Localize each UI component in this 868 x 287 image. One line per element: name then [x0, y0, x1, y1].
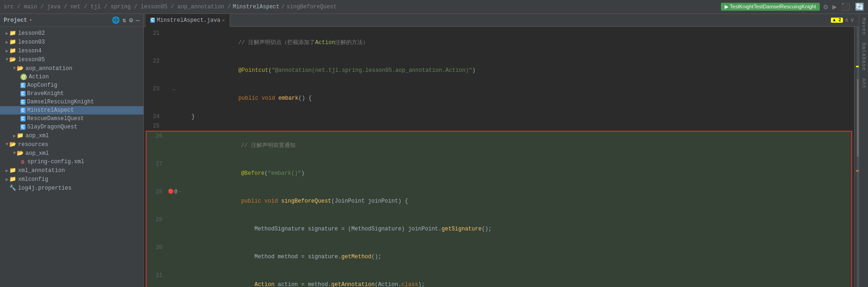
sidebar-item-xmlconfig[interactable]: ▶ 📁 xmlconfig	[0, 175, 143, 184]
chevron-right-icon: ▶	[6, 48, 8, 54]
code-scroll-area[interactable]: ▲ 2 ∧ ∨ 21 // 注解声明切点（拦截添加了Action注解的方法）	[144, 27, 854, 287]
sidebar-item-spring-config[interactable]: 🗎 spring-config.xml	[0, 158, 143, 166]
line-number-30: 30	[147, 243, 170, 252]
code-text-29: MethodSignature signature = (MethodSigna…	[179, 215, 851, 243]
top-bar-actions: ▶ TestKnightTestDamselRescuingKnight ⚙ ▶…	[721, 2, 864, 12]
code-text-26: // 注解声明前置通知	[179, 132, 851, 159]
folder-icon: 📂	[9, 141, 16, 148]
code-text-21: // 注解声明切点（拦截添加了Action注解的方法）	[176, 29, 854, 57]
top-bar: src / main / java / net / tjl / spring /…	[0, 0, 868, 14]
fold-icon-23[interactable]: —	[173, 85, 175, 95]
label: RescueDamselQuest	[27, 115, 84, 122]
folder-icon: 📁	[9, 38, 16, 45]
chevron-right-icon: ▶	[13, 133, 16, 139]
sidebar-item-lesson05[interactable]: ▼ 📂 lesson05	[0, 55, 143, 64]
line-number-24: 24	[144, 112, 167, 121]
line-number-22: 22	[144, 57, 167, 66]
label: lesson4	[18, 48, 41, 54]
code-editor: ▲ 2 ∧ ∨ 21 // 注解声明切点（拦截添加了Action注解的方法）	[144, 27, 859, 287]
run-button[interactable]: ▶ TestKnightTestDamselRescuingKnight	[721, 3, 820, 11]
line-number-25: 25	[144, 121, 167, 131]
code-line-24: 24 }	[144, 112, 854, 121]
label: AopConfig	[27, 82, 58, 89]
code-text-23: public void embark() {	[176, 84, 854, 112]
folder-icon: 📂	[9, 56, 16, 63]
sidebar-item-resources-aop-xml[interactable]: ▼ 📂 aop_xml	[0, 149, 143, 158]
tab-minstrelaspect[interactable]: C MinstrelAspect.java ✕	[146, 14, 230, 27]
breadcrumb-text: src / main / java / net / tjl / spring /…	[4, 4, 231, 10]
breadcrumb-test: singBeforeQuest	[287, 4, 337, 10]
collapse-icon[interactable]: ⇅	[122, 16, 126, 24]
code-line-28: 28 🔴 @ — public void singBeforeQuest(Joi…	[147, 187, 851, 215]
label: log4j.properties	[18, 185, 71, 191]
folder-icon: 📁	[9, 47, 16, 54]
code-text-31: Action action = method.getAnnotation(Act…	[179, 271, 851, 287]
label: Action	[29, 74, 49, 80]
label: xml_annotation	[18, 167, 65, 174]
sidebar-item-action[interactable]: @ Action	[0, 73, 143, 81]
sidebar-item-minstrelaspect[interactable]: C MinstrelAspect	[0, 106, 143, 115]
java-icon: C	[20, 83, 26, 88]
sidebar-title: Project ▾	[4, 17, 32, 24]
editor-tabs: C MinstrelAspect.java ✕	[144, 14, 859, 27]
code-line-31: 31 Action action = method.getAnnotation(…	[147, 271, 851, 287]
line-number-27: 27	[147, 159, 170, 169]
code-line-25: 25	[144, 121, 854, 131]
chevron-right-icon: ▶	[6, 31, 8, 36]
sidebar-item-rescuedamselquest[interactable]: C RescueDamselQuest	[0, 115, 143, 123]
sidebar-item-xml-annotation[interactable]: ▶ 📁 xml_annotation	[0, 166, 143, 175]
globe-icon[interactable]: 🌐	[112, 16, 120, 24]
sidebar-item-aop-xml[interactable]: ▶ 📁 aop_xml	[0, 131, 143, 140]
java-icon: C	[20, 116, 26, 121]
sidebar-item-slaydragonquest[interactable]: C SlayDragonQuest	[0, 123, 143, 131]
sidebar-header: Project ▾ 🌐 ⇅ ⚙ —	[0, 14, 143, 27]
code-line-27: 27 @Before("embark()")	[147, 159, 851, 187]
vertical-scrollbar[interactable]	[854, 27, 859, 287]
breadcrumb-active: MinstrelAspect	[233, 4, 280, 10]
highlight-region: 26 // 注解声明前置通知 27 @Before("embark()")	[146, 131, 852, 287]
line-number-23: 23	[144, 84, 167, 94]
label: lesson02	[18, 30, 45, 37]
code-text-28: public void singBeforeQuest(JoinPoint jo…	[179, 187, 851, 215]
main-layout: Project ▾ 🌐 ⇅ ⚙ — ▶ 📁 lesson02 ▶	[0, 14, 868, 287]
right-panel: Maven Database Ant	[859, 14, 868, 287]
sidebar-item-aop-annotation[interactable]: ▼ 📂 aop_annotation	[0, 64, 143, 73]
minimize-icon[interactable]: —	[136, 17, 140, 24]
chevron-right-icon: ▶	[6, 177, 8, 182]
props-icon: 🔧	[9, 185, 16, 191]
sidebar-item-braveknight[interactable]: C BraveKnight	[0, 89, 143, 98]
sidebar-item-resources[interactable]: ▼ 📂 resources	[0, 140, 143, 149]
label: spring-config.xml	[27, 159, 84, 165]
annotation-icon: @	[20, 74, 27, 80]
folder-icon: 📂	[17, 65, 24, 72]
ant-tab[interactable]: Ant	[860, 75, 868, 93]
database-tab[interactable]: Database	[860, 39, 868, 75]
folder-icon: 📁	[9, 176, 16, 183]
sidebar-item-lesson02[interactable]: ▶ 📁 lesson02	[0, 29, 143, 38]
label: BraveKnight	[27, 90, 64, 97]
code-text-27: @Before("embark()")	[179, 159, 851, 187]
sidebar-item-log4j[interactable]: 🔧 log4j.properties	[0, 184, 143, 192]
chevron-down-icon: ▼	[13, 151, 16, 156]
tab-close-icon[interactable]: ✕	[222, 18, 225, 23]
maven-tab[interactable]: Maven	[860, 14, 868, 39]
code-lines: 21 // 注解声明切点（拦截添加了Action注解的方法） 22 @Point…	[144, 27, 854, 287]
code-line-29: 29 MethodSignature signature = (MethodSi…	[147, 215, 851, 243]
editor-area: C MinstrelAspect.java ✕ ▲ 2 ∧ ∨ 21	[144, 14, 859, 287]
sidebar-item-aopconfig[interactable]: C AopConfig	[0, 81, 143, 89]
sidebar-item-lesson03[interactable]: ▶ 📁 lesson03	[0, 38, 143, 46]
settings-icon[interactable]: ⚙	[129, 16, 133, 24]
sidebar-item-lesson4[interactable]: ▶ 📁 lesson4	[0, 46, 143, 55]
xml-icon: 🗎	[20, 159, 26, 165]
java-icon: C	[20, 124, 26, 130]
folder-icon: 📁	[9, 30, 16, 37]
java-icon: C	[20, 108, 26, 113]
label: DamselRescuingKnight	[27, 99, 94, 105]
label: lesson05	[18, 57, 45, 63]
scrollbar-thumb[interactable]	[857, 79, 859, 157]
sidebar-item-damselrescuingknight[interactable]: C DamselRescuingKnight	[0, 98, 143, 106]
code-text-24: }	[176, 112, 854, 121]
java-icon: C	[150, 18, 155, 23]
java-icon: C	[20, 99, 26, 105]
chevron-right-icon: ▶	[6, 39, 8, 45]
